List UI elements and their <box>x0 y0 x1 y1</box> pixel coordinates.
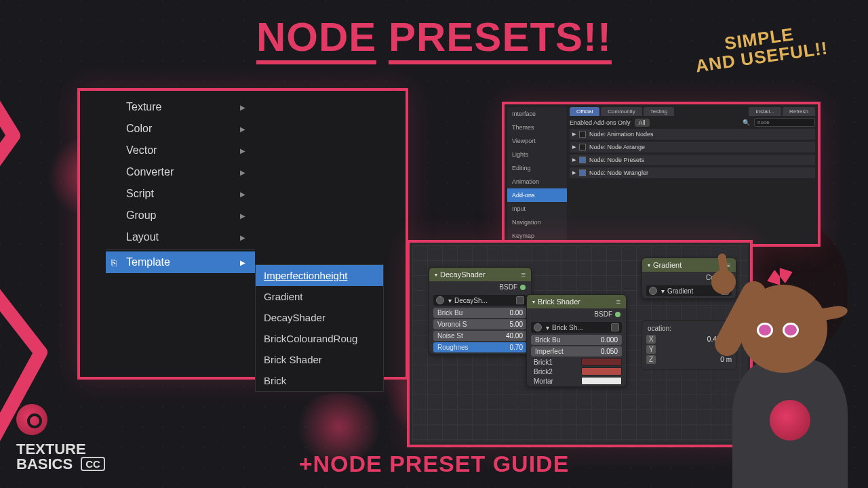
add-menu-panel: Texture▶ Color▶ Vector▶ Converter▶ Scrip… <box>77 88 408 380</box>
menu-label: Color <box>126 123 152 135</box>
chevron-down-icon: ▾ <box>435 272 437 278</box>
output-label: BSDF <box>594 310 612 318</box>
sidebar-item[interactable]: Viewport <box>507 134 567 148</box>
chevron-right-icon: ▶ <box>240 147 245 155</box>
prefs-tab[interactable]: Testing <box>644 107 674 116</box>
menu-item-texture[interactable]: Texture▶ <box>106 96 255 118</box>
datablock-icon <box>534 323 542 331</box>
submenu-item[interactable]: Brick <box>256 370 383 391</box>
menu-label: Script <box>126 188 154 200</box>
brand-line: BASICS <box>16 455 73 472</box>
node-brickshader[interactable]: ▾Brick Shader≡ BSDF ▾Brick Sh... Brick B… <box>526 294 627 387</box>
socket-icon[interactable] <box>520 285 526 290</box>
node-decayshader[interactable]: ▾DecayShader≡ BSDF ▾DecaySh... Brick Bu0… <box>429 267 532 354</box>
node-field[interactable]: Noise St40.00 <box>433 331 527 341</box>
node-title: DecayShader <box>440 270 486 279</box>
checkbox[interactable] <box>579 131 586 138</box>
node-color-input[interactable]: Brick2 <box>531 367 622 375</box>
character-illustration <box>671 210 868 488</box>
node-color-input[interactable]: Brick1 <box>531 358 622 366</box>
checkbox[interactable] <box>579 144 586 150</box>
submenu-item[interactable]: DecayShader <box>256 307 383 328</box>
sidebar-item[interactable]: Themes <box>507 121 567 134</box>
prefs-tab[interactable]: Official <box>570 107 599 116</box>
addon-row[interactable]: ▶Node: Animation Nodes <box>570 129 815 140</box>
submenu-item[interactable]: BrickColourandRoug <box>256 328 383 349</box>
picker-label: DecaySh... <box>454 297 488 304</box>
disclosure-icon: ▶ <box>572 144 576 150</box>
sidebar-item[interactable]: Interface <box>507 107 567 121</box>
node-title: Brick Shader <box>538 298 580 306</box>
socket-icon[interactable] <box>615 312 620 317</box>
menu-item-converter[interactable]: Converter▶ <box>106 161 255 183</box>
color-swatch[interactable] <box>581 358 622 366</box>
menu-item-layout[interactable]: Layout▶ <box>106 226 255 248</box>
chevron-right-icon: ▶ <box>240 169 245 176</box>
grip-icon: ≡ <box>616 298 620 306</box>
filter-all[interactable]: All <box>635 119 650 127</box>
sidebar-item[interactable]: Animation <box>507 175 567 188</box>
submenu-item[interactable]: Imperfectionheight <box>256 265 383 286</box>
chevron-down-icon: ▾ <box>532 299 535 305</box>
sidebar-item[interactable]: Lights <box>507 148 567 161</box>
node-field[interactable]: Brick Bu0.000 <box>531 335 622 345</box>
menu-item-template[interactable]: ⎘ Template ▶ <box>106 251 255 273</box>
checkbox[interactable] <box>579 169 586 176</box>
addon-row[interactable]: ▶Node: Node Wrangler <box>570 167 815 178</box>
prefs-tab[interactable]: Community <box>601 107 642 116</box>
color-label: Brick1 <box>534 359 553 366</box>
color-swatch[interactable] <box>581 377 622 385</box>
node-header[interactable]: ▾DecayShader≡ <box>429 268 531 281</box>
disclosure-icon: ▶ <box>572 170 576 176</box>
addon-row[interactable]: ▶Node: Node Arrange <box>570 142 815 152</box>
chevron-right-icon: ▶ <box>240 234 245 241</box>
sidebar-item[interactable]: Input <box>507 202 567 216</box>
submenu-item[interactable]: Brick Shader <box>256 349 383 370</box>
chevron-right-icon: ▶ <box>240 125 245 133</box>
node-field[interactable]: Roughnes0.70 <box>433 342 527 352</box>
node-color-input[interactable]: Mortar <box>531 377 622 385</box>
datablock-icon <box>649 287 657 295</box>
color-label: Mortar <box>534 378 553 385</box>
sidebar-item-addons[interactable]: Add-ons <box>507 188 567 202</box>
disclosure-icon: ▶ <box>572 131 576 137</box>
addon-name: Node: Node Arrange <box>589 144 645 150</box>
addon-name: Node: Node Wrangler <box>589 169 648 176</box>
menu-label: Vector <box>126 144 157 157</box>
menu-item-group[interactable]: Group▶ <box>106 205 255 226</box>
addon-row[interactable]: ▶Node: Node Presets <box>570 155 815 165</box>
node-header[interactable]: ▾Brick Shader≡ <box>527 295 626 308</box>
sidebar-item[interactable]: Editing <box>507 161 567 175</box>
refresh-button[interactable]: Refresh <box>783 107 815 116</box>
search-input[interactable]: node <box>754 118 815 127</box>
output-label: BSDF <box>499 283 517 291</box>
prefs-tabs: Official Community Testing Install... Re… <box>570 107 815 116</box>
addon-name: Node: Node Presets <box>589 157 644 163</box>
addon-name: Node: Animation Nodes <box>589 131 654 138</box>
node-group-picker[interactable]: ▾DecaySh... <box>433 295 527 306</box>
menu-item-vector[interactable]: Vector▶ <box>106 140 255 161</box>
brand-line: TEXTURE <box>16 442 105 457</box>
sidebar-item[interactable]: Navigation <box>507 216 567 229</box>
template-submenu: Imperfectionheight Gradient DecayShader … <box>255 264 384 392</box>
chevron-right-icon: ▶ <box>240 104 245 111</box>
node-field[interactable]: Imperfect0.050 <box>531 346 622 357</box>
submenu-item[interactable]: Gradient <box>256 286 383 307</box>
menu-item-script[interactable]: Script▶ <box>106 183 255 205</box>
install-button[interactable]: Install... <box>749 107 781 116</box>
node-output: BSDF <box>429 281 531 293</box>
checkbox[interactable] <box>579 157 586 163</box>
menu-item-color[interactable]: Color▶ <box>106 118 255 140</box>
menu-label: Converter <box>126 166 174 178</box>
subtitle: +NODE PRESET GUIDE <box>299 451 570 477</box>
main-title: NODE PRESETS!! <box>256 14 612 60</box>
chevron-right-icon: ▶ <box>240 259 245 266</box>
color-swatch[interactable] <box>581 367 622 375</box>
node-field[interactable]: Brick Bu0.00 <box>433 308 527 318</box>
grip-icon: ≡ <box>521 270 526 279</box>
chevron-right-icon: ▶ <box>240 212 245 220</box>
datablock-icon <box>436 296 444 304</box>
node-group-picker[interactable]: ▾Brick Sh... <box>531 322 622 333</box>
node-field[interactable]: Voronoi S5.00 <box>433 319 527 329</box>
cc-badge: CC <box>81 457 105 471</box>
